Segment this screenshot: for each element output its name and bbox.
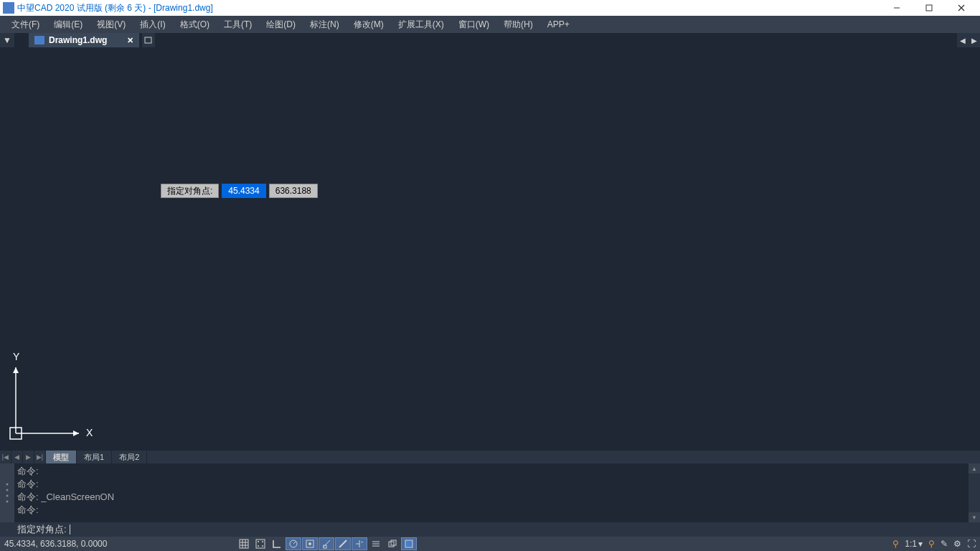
layout-tab-layout1[interactable]: 布局1 — [77, 451, 112, 463]
command-scrollbar[interactable]: ▲ ▼ — [969, 463, 980, 522]
menu-draw[interactable]: 绘图(D) — [259, 16, 303, 33]
svg-point-23 — [262, 545, 263, 547]
menu-express[interactable]: 扩展工具(X) — [391, 16, 451, 33]
cycle-toggle[interactable] — [385, 537, 400, 550]
svg-rect-1 — [926, 5, 932, 11]
annotation-scale-icon[interactable]: ⚲ — [892, 539, 899, 549]
svg-rect-39 — [405, 540, 413, 547]
scroll-up-icon[interactable]: ▲ — [969, 463, 980, 474]
layout-nav-prev[interactable]: ◀ — [11, 451, 23, 463]
ucs-x-label: X — [86, 427, 93, 438]
model-space-toggle[interactable] — [401, 537, 417, 550]
menu-modify[interactable]: 修改(M) — [347, 16, 391, 33]
osnap-toggle[interactable] — [302, 537, 318, 550]
window-title: 中望CAD 2020 试用版 (剩余 6 天) - [Drawing1.dwg] — [17, 2, 213, 14]
grid-display-toggle[interactable] — [253, 537, 268, 550]
dynamic-input-toggle[interactable]: + — [352, 537, 367, 550]
annotation-visibility-icon[interactable]: ⚲ — [928, 539, 935, 549]
cmd-line: 命令: — [17, 504, 966, 517]
menu-format[interactable]: 格式(O) — [173, 16, 217, 33]
annotation-scale-value[interactable]: 1:1 ▾ — [905, 539, 923, 549]
tab-close-icon[interactable]: ✕ — [127, 36, 133, 45]
drawing-canvas[interactable]: 指定对角点: 45.4334 636.3188 X Y — [0, 47, 980, 446]
text-cursor — [70, 524, 70, 534]
svg-text:+: + — [361, 540, 364, 544]
document-tab-bar: ▼ Drawing1.dwg ✕ ◀ ▶ — [0, 33, 980, 47]
command-history-text: 命令: 命令: 命令: _CleanScreenON 命令: — [14, 463, 969, 522]
layout-nav-next[interactable]: ▶ — [23, 451, 34, 463]
ucs-icon: X Y — [7, 349, 93, 442]
menu-window[interactable]: 窗口(W) — [451, 16, 496, 33]
menu-edit[interactable]: 编辑(E) — [47, 16, 90, 33]
layout-tab-model[interactable]: 模型 — [46, 451, 77, 463]
layout-tab-layout2[interactable]: 布局2 — [112, 451, 147, 463]
menu-insert[interactable]: 插入(I) — [133, 16, 172, 33]
menu-help[interactable]: 帮助(H) — [496, 16, 540, 33]
svg-rect-19 — [256, 540, 265, 548]
svg-point-10 — [6, 484, 9, 486]
new-tab-button[interactable] — [142, 33, 155, 47]
scroll-down-icon[interactable]: ▼ — [969, 512, 980, 522]
properties-toggle[interactable] — [368, 537, 384, 550]
polar-toggle[interactable] — [286, 537, 301, 550]
fullscreen-icon[interactable]: ⛶ — [967, 539, 976, 549]
close-button[interactable] — [945, 0, 977, 16]
layout-nav-last[interactable]: ▶| — [34, 451, 46, 463]
status-bar: 45.4334, 636.3188, 0.0000 + ⚲ 1:1 ▾ ⚲ ✎ … — [0, 537, 980, 551]
svg-point-12 — [6, 495, 9, 497]
svg-line-25 — [293, 541, 296, 544]
tab-label: Drawing1.dwg — [49, 35, 107, 45]
snap-grid-toggle[interactable] — [236, 537, 252, 550]
app-icon — [3, 2, 14, 14]
svg-point-22 — [258, 545, 259, 547]
title-bar: 中望CAD 2020 试用版 (剩余 6 天) - [Drawing1.dwg] — [0, 0, 980, 16]
menu-bar: 文件(F) 编辑(E) 视图(V) 插入(I) 格式(O) 工具(T) 绘图(D… — [0, 16, 980, 33]
maximize-button[interactable] — [913, 0, 945, 16]
command-panel-handle[interactable] — [0, 463, 14, 522]
document-tab-drawing1[interactable]: Drawing1.dwg ✕ — [29, 33, 139, 47]
menu-file[interactable]: 文件(F) — [4, 16, 47, 33]
scroll-track[interactable] — [969, 474, 980, 512]
otrack-toggle[interactable] — [319, 537, 334, 550]
svg-point-27 — [308, 542, 311, 545]
ucs-y-label: Y — [13, 351, 20, 362]
dyn-input-value2[interactable]: 636.3188 — [269, 184, 318, 198]
dyn-input-label: 指定对角点: — [161, 184, 219, 198]
svg-marker-8 — [13, 367, 19, 373]
ortho-toggle[interactable] — [269, 537, 285, 550]
command-history-panel: 命令: 命令: 命令: _CleanScreenON 命令: ▲ ▼ — [0, 463, 980, 522]
settings-gear-icon[interactable]: ⚙ — [953, 539, 961, 549]
svg-point-20 — [258, 541, 259, 542]
svg-line-30 — [339, 540, 347, 547]
cmd-line: 命令: — [17, 465, 966, 478]
dyn-input-value1[interactable]: 45.4334 — [222, 184, 265, 198]
tab-nav-left[interactable]: ◀ — [957, 33, 969, 47]
svg-marker-6 — [73, 430, 79, 436]
minimize-button[interactable] — [880, 0, 913, 16]
menu-app[interactable]: APP+ — [540, 16, 577, 33]
command-input[interactable]: 指定对角点: — [0, 522, 980, 537]
tab-nav-right[interactable]: ▶ — [969, 33, 980, 47]
dwg-icon — [34, 36, 44, 44]
dynamic-input-tooltip: 指定对角点: 45.4334 636.3188 — [161, 184, 318, 198]
lineweight-toggle[interactable] — [335, 537, 351, 550]
svg-rect-4 — [145, 37, 151, 43]
menu-view[interactable]: 视图(V) — [90, 16, 133, 33]
cmd-line: 命令: _CleanScreenON — [17, 491, 966, 504]
svg-rect-14 — [240, 540, 248, 548]
layout-tab-bar: |◀ ◀ ▶ ▶| 模型 布局1 布局2 — [0, 451, 980, 463]
svg-point-13 — [6, 501, 9, 503]
coordinates-readout[interactable]: 45.4334, 636.3188, 0.0000 — [4, 539, 107, 549]
annotation-auto-icon[interactable]: ✎ — [941, 539, 948, 549]
tab-dropdown[interactable]: ▼ — [0, 33, 14, 47]
command-prompt: 指定对角点: — [17, 523, 67, 536]
svg-point-11 — [6, 489, 9, 491]
cmd-line: 命令: — [17, 478, 966, 491]
svg-point-21 — [262, 541, 263, 542]
menu-tools[interactable]: 工具(T) — [217, 16, 259, 33]
menu-dimension[interactable]: 标注(N) — [303, 16, 347, 33]
layout-nav-first[interactable]: |◀ — [0, 451, 11, 463]
